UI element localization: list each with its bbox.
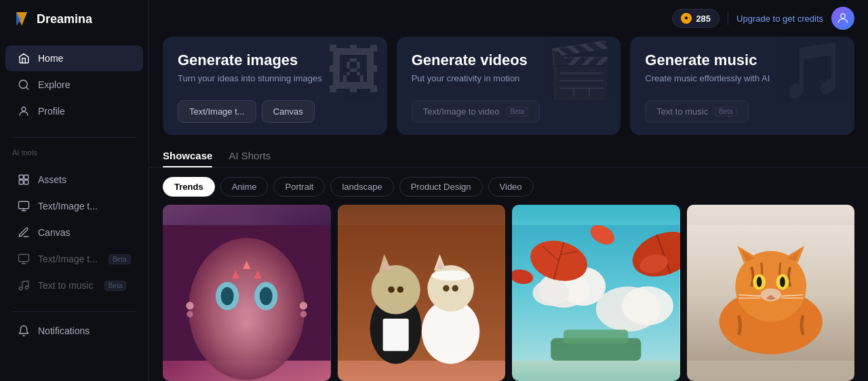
gallery-grid xyxy=(149,205,868,381)
sidebar-item-home-label: Home xyxy=(38,53,63,64)
sidebar-item-explore[interactable]: Explore xyxy=(5,72,143,98)
sidebar-item-text-image-beta[interactable]: Text/Image t... Beta xyxy=(5,246,143,272)
filter-video[interactable]: Video xyxy=(488,177,534,197)
sidebar-item-assets-label: Assets xyxy=(38,174,66,185)
ai-tools-label: AI tools xyxy=(0,143,149,159)
sidebar-divider-2 xyxy=(12,311,136,312)
cats-svg xyxy=(338,205,506,381)
svg-point-42 xyxy=(431,270,470,281)
logo-area[interactable]: Dreamina xyxy=(0,0,149,38)
card-images-buttons: Text/Image t... Canvas xyxy=(178,100,372,123)
sidebar-item-text-image[interactable]: Text/Image t... xyxy=(5,193,143,219)
svg-point-3 xyxy=(22,107,26,111)
dreamina-logo-icon xyxy=(12,9,31,28)
filter-portrait[interactable]: Portrait xyxy=(273,177,325,197)
upgrade-link[interactable]: Upgrade to get credits xyxy=(736,14,823,24)
tools-nav: Assets Text/Image t... Canvas Text/Image… xyxy=(0,159,149,306)
explore-icon xyxy=(18,79,30,91)
svg-point-32 xyxy=(371,265,420,314)
sidebar-item-text-image-label: Text/Image t... xyxy=(38,201,98,212)
svg-rect-7 xyxy=(24,180,28,184)
card-videos-buttons: Text/Image to video Beta xyxy=(412,100,606,123)
credits-icon: ✦ xyxy=(681,13,692,24)
sidebar-item-canvas-label: Canvas xyxy=(38,227,70,238)
sidebar-item-notifications[interactable]: Notifications xyxy=(5,318,143,344)
svg-rect-30 xyxy=(382,319,408,351)
svg-point-26 xyxy=(300,311,307,318)
filter-anime[interactable]: Anime xyxy=(220,177,269,197)
sidebar-item-explore-label: Explore xyxy=(38,79,70,90)
bell-icon xyxy=(18,325,30,337)
svg-point-70 xyxy=(780,277,785,287)
text-image-to-video-button[interactable]: Text/Image to video Beta xyxy=(412,100,540,123)
filter-product-design[interactable]: Product Design xyxy=(399,177,483,197)
svg-point-46 xyxy=(532,280,568,306)
avatar-icon xyxy=(836,12,850,25)
text-to-music-button[interactable]: Text to music Beta xyxy=(645,100,748,123)
svg-point-11 xyxy=(25,286,28,289)
card-generate-music: 🎵 Generate music Create music effortless… xyxy=(630,37,854,135)
card-generate-images: 🖼 Generate images Turn your ideas into s… xyxy=(163,37,387,135)
card-generate-videos: 🎬 Generate videos Put your creativity in… xyxy=(397,37,621,135)
tab-ai-shorts[interactable]: AI Shorts xyxy=(229,144,271,167)
filter-trends[interactable]: Trends xyxy=(163,177,215,197)
svg-rect-4 xyxy=(19,175,23,179)
text-image-beta-icon xyxy=(18,253,30,265)
svg-point-12 xyxy=(841,14,846,18)
svg-rect-5 xyxy=(24,175,28,179)
svg-point-40 xyxy=(443,285,450,292)
card-images-bg-icon: 🖼 xyxy=(326,43,380,98)
svg-point-69 xyxy=(756,277,762,287)
svg-point-10 xyxy=(19,287,22,290)
filter-landscape[interactable]: landscape xyxy=(330,177,393,197)
sidebar-item-text-music-label: Text to music xyxy=(38,280,94,291)
svg-point-39 xyxy=(397,286,403,293)
gallery-item-0[interactable] xyxy=(163,205,331,381)
sidebar-item-canvas[interactable]: Canvas xyxy=(5,220,143,245)
tabs-row: Showcase AI Shorts xyxy=(149,144,868,167)
card-music-bg-icon: 🎵 xyxy=(780,43,848,98)
canvas-icon xyxy=(18,226,30,239)
card-music-buttons: Text to music Beta xyxy=(645,100,840,123)
video-beta-badge: Beta xyxy=(506,106,528,117)
svg-point-19 xyxy=(260,287,273,305)
text-image-to-button[interactable]: Text/Image t... xyxy=(178,100,256,123)
svg-rect-8 xyxy=(19,201,29,209)
svg-point-15 xyxy=(189,238,304,380)
gallery-item-3[interactable] xyxy=(687,205,855,381)
topbar-separator xyxy=(728,12,728,25)
gallery-item-2[interactable] xyxy=(512,205,680,381)
profile-icon xyxy=(18,105,30,117)
credits-badge[interactable]: ✦ 285 xyxy=(672,9,719,28)
card-videos-bg-icon: 🎬 xyxy=(546,43,614,98)
svg-point-23 xyxy=(186,302,193,309)
svg-point-18 xyxy=(221,287,234,305)
sidebar: Dreamina Home Explore Profile AI too xyxy=(0,0,149,381)
logo-text: Dreamina xyxy=(37,12,92,26)
home-icon xyxy=(18,52,30,64)
main-content: ✦ 285 Upgrade to get credits 🖼 Generate … xyxy=(149,0,868,381)
main-nav: Home Explore Profile xyxy=(0,38,149,132)
assets-icon xyxy=(18,174,30,186)
text-image-beta-badge: Beta xyxy=(108,254,131,264)
tab-showcase[interactable]: Showcase xyxy=(163,144,212,167)
sidebar-item-text-music[interactable]: Text to music Beta xyxy=(5,273,143,298)
sidebar-item-profile[interactable]: Profile xyxy=(5,98,143,124)
svg-point-41 xyxy=(452,285,458,292)
gallery-item-1[interactable] xyxy=(338,205,506,381)
text-image-icon xyxy=(18,200,30,212)
filter-row: Trends Anime Portrait landscape Product … xyxy=(149,177,868,205)
sidebar-item-home[interactable]: Home xyxy=(5,45,143,71)
sidebar-divider xyxy=(12,137,136,138)
svg-rect-59 xyxy=(564,329,628,344)
sidebar-item-assets[interactable]: Assets xyxy=(5,167,143,193)
svg-rect-9 xyxy=(19,254,29,262)
text-music-beta-badge: Beta xyxy=(104,281,127,291)
topbar: ✦ 285 Upgrade to get credits xyxy=(149,0,868,37)
robot-face-svg xyxy=(163,205,331,381)
user-avatar[interactable] xyxy=(831,7,854,30)
svg-point-48 xyxy=(622,286,673,325)
tiger-svg xyxy=(687,205,855,381)
sidebar-item-notifications-label: Notifications xyxy=(38,325,90,336)
canvas-button[interactable]: Canvas xyxy=(262,100,315,123)
